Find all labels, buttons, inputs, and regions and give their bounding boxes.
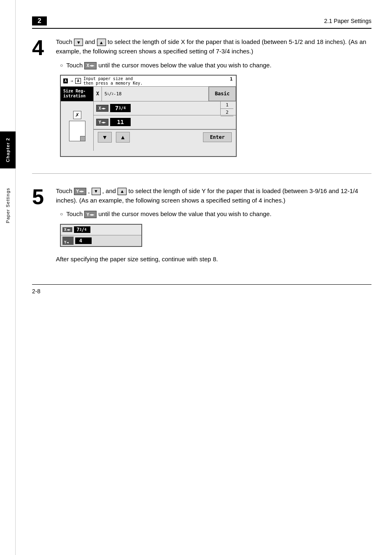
screen-yb-btn[interactable]: Y◄► — [96, 119, 108, 126]
screen-icon-a1: A — [63, 78, 68, 83]
screen-num-1: 1 — [230, 76, 233, 82]
screen-y-nav-row: Y◄► 11 — [94, 115, 236, 129]
screen-basic-button[interactable]: Basic — [209, 87, 236, 101]
sidebar: Chapter 2 Paper Settings — [0, 0, 16, 555]
step5-up-button[interactable]: ▲ — [118, 188, 127, 195]
page-footer: 2-8 — [32, 284, 371, 295]
screen-paper-icon — [69, 121, 85, 141]
screen-icon-a2: A — [75, 78, 81, 84]
screen-num-cell-1: 1 — [221, 101, 233, 109]
step-5-block: 5 Touch Y◄► , ▼ , and ▲ to select the le… — [32, 186, 371, 268]
step-5-after-text: After specifying the paper size setting,… — [56, 254, 371, 264]
step-4-and-word: and — [85, 38, 95, 45]
step5-down-button[interactable]: ▼ — [92, 188, 101, 195]
step-4-content: Touch ▼ and ▲ to select the length of si… — [56, 37, 371, 157]
screen-y-value: 11 — [110, 118, 131, 126]
step-5-subbullet: ○ Touch Y◄► until the cursor moves below… — [60, 209, 371, 219]
section-title: 2.1 Paper Settings — [324, 18, 371, 24]
step-4-block: 4 Touch ▼ and ▲ to select the length of … — [32, 37, 371, 157]
screen-checkbox[interactable]: ✗ — [73, 111, 81, 119]
screen-enter-btn[interactable]: Enter — [203, 132, 232, 142]
sidebar-chapter-label: Chapter 2 — [5, 138, 10, 162]
screen-left-panel: ✗ — [61, 101, 94, 151]
step-5-bullet-rest: until the cursor moves below the value t… — [99, 210, 272, 217]
screen-row2: Size Reg-istration X 51/2-18 Basic — [61, 87, 236, 101]
step-5-bullet-touch: Touch — [66, 210, 83, 217]
screen-paper-fold — [80, 136, 85, 141]
screen-x-value: 73/4 — [110, 104, 131, 112]
screen-x-label: X — [94, 87, 102, 101]
screen-x-range: 51/2-18 — [102, 87, 209, 101]
chapter-number: 2 — [32, 16, 47, 25]
step-5-bullet-text: Touch Y◄► until the cursor moves below t… — [66, 209, 271, 219]
step-4-bullet-rest: until the cursor moves below the value t… — [99, 62, 272, 69]
screen-sizereg-label: Size Reg-istration — [61, 87, 94, 101]
step-5-to-select: to select the length of side Y for the p… — [56, 187, 358, 204]
screen-top-bar: A → A Input paper size andthen press a m… — [61, 76, 236, 87]
sidebar-paper-label: Paper Settings — [5, 188, 10, 223]
step5-y-navigate-btn[interactable]: Y◄► — [84, 211, 97, 218]
screen-small-y-value: 4 — [75, 237, 92, 244]
screen-small-cursor — [69, 237, 72, 244]
screen-input-text: Input paper size andthen press a memory … — [83, 76, 143, 85]
screen-small-x-value: 73/4 — [74, 226, 90, 233]
step-5-content: Touch Y◄► , ▼ , and ▲ to select the leng… — [56, 186, 371, 268]
screen-xb-btn[interactable]: X◄► — [96, 105, 108, 112]
screen-small-y-row: Y◄ 4 — [61, 235, 141, 246]
y-navigate-button[interactable]: Y◄► — [74, 188, 86, 195]
screen-down-arrow[interactable]: ▼ — [98, 132, 112, 143]
step-4-bullet-touch: Touch — [66, 62, 83, 69]
screen-right-section: X◄► 73/4 1 2 Y◄► 11 — [94, 101, 236, 151]
screen-small-x-row: X◄► 73/4 — [61, 225, 141, 235]
screen-main-area: ✗ X◄► 73/4 1 — [61, 101, 236, 151]
step-5-number: 5 — [32, 186, 48, 268]
screen-mockup-step5: X◄► 73/4 Y◄ 4 — [60, 224, 142, 247]
screen-up-arrow[interactable]: ▲ — [116, 132, 130, 143]
screen-small-x-label: X◄► — [62, 227, 72, 232]
section-divider — [32, 173, 371, 174]
screen-bottom-row: ▼ ▲ Enter — [94, 129, 236, 145]
x-navigate-button[interactable]: X◄► — [84, 62, 97, 69]
step-4-subbullet: ○ Touch X◄► until the cursor moves below… — [60, 60, 371, 70]
page-header: 2 2.1 Paper Settings — [32, 16, 371, 29]
bullet-circle: ○ — [60, 62, 63, 69]
sidebar-chapter-block: Chapter 2 — [0, 131, 16, 168]
screen-mockup-step4: A → A Input paper size andthen press a m… — [60, 75, 237, 157]
sidebar-paper-block: Paper Settings — [0, 173, 16, 238]
down-button-icon[interactable]: ▼ — [74, 39, 83, 46]
step-5-comma1: , — [88, 187, 90, 194]
screen-x-nav-row: X◄► 73/4 1 2 — [94, 101, 236, 115]
page-number: 2-8 — [32, 288, 40, 295]
step-5-main-text: Touch Y◄► , ▼ , and ▲ to select the leng… — [56, 186, 371, 205]
screen-arrow: → — [70, 78, 73, 83]
main-content: 2 2.1 Paper Settings 4 Touch ▼ and ▲ to … — [16, 0, 392, 311]
step-4-number: 4 — [32, 37, 48, 157]
screen-small-y-label: Y◄ — [62, 237, 74, 245]
up-button-icon[interactable]: ▲ — [97, 39, 106, 46]
step5-bullet-circle: ○ — [60, 210, 63, 218]
step-4-main-text: Touch ▼ and ▲ to select the length of si… — [56, 37, 371, 56]
step-5-comma2: , and — [102, 187, 116, 194]
step-4-touch-word: Touch — [56, 38, 72, 45]
step-4-bullet-text: Touch X◄► until the cursor moves below t… — [66, 60, 271, 70]
step-5-touch-word: Touch — [56, 187, 72, 194]
